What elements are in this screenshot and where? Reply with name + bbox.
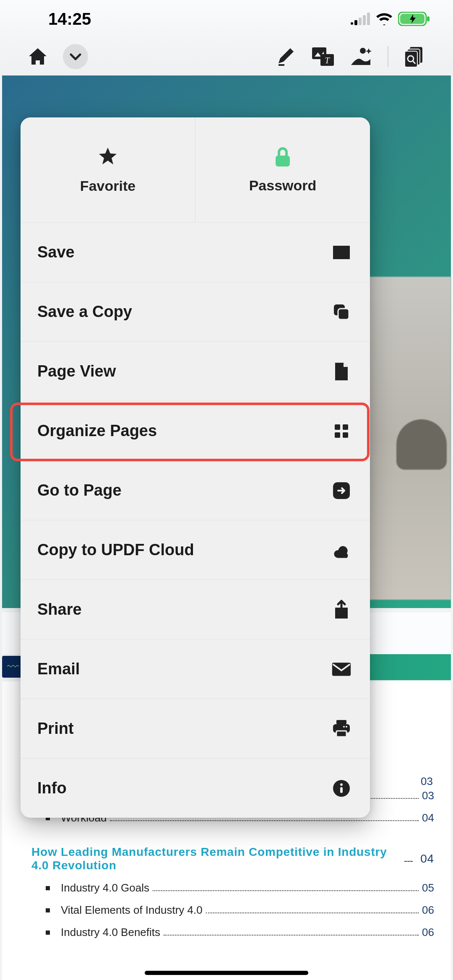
info-icon — [331, 778, 351, 798]
toc-page-number: 06 — [422, 904, 434, 917]
svg-rect-2 — [359, 18, 362, 25]
grid-icon — [331, 421, 351, 441]
menu-label: Go to Page — [37, 481, 122, 499]
toc-page-number: 04 — [422, 811, 434, 824]
menu-label: Page View — [37, 362, 116, 380]
svg-rect-29 — [336, 731, 346, 737]
arrow-box-icon — [331, 481, 351, 501]
status-time: 14:25 — [48, 10, 91, 29]
home-button[interactable] — [25, 44, 50, 69]
svg-rect-24 — [343, 432, 348, 438]
mail-icon — [331, 659, 351, 679]
document-photo — [367, 277, 451, 600]
svg-rect-3 — [363, 15, 366, 25]
svg-rect-7 — [427, 16, 430, 21]
favorite-tab[interactable]: Favorite — [21, 117, 195, 222]
menu-label: Organize Pages — [37, 422, 157, 440]
toolbar: T — [0, 38, 453, 75]
svg-rect-23 — [335, 432, 340, 438]
toc-page-number: 06 — [422, 926, 434, 939]
wifi-icon — [375, 13, 393, 25]
svg-rect-34 — [340, 787, 343, 793]
menu-item-print[interactable]: Print — [21, 699, 370, 758]
bullet-icon — [46, 908, 50, 912]
svg-rect-15 — [405, 51, 417, 67]
svg-rect-21 — [335, 424, 340, 430]
svg-point-33 — [340, 783, 343, 786]
svg-point-12 — [360, 48, 366, 54]
menu-item-save[interactable]: Save — [21, 222, 370, 282]
status-bar: 14:25 — [0, 0, 453, 38]
toc-page-number: 03 — [422, 789, 434, 802]
menu-item-go-to-page[interactable]: Go to Page — [21, 460, 370, 520]
inbox-icon — [331, 242, 351, 263]
toc-label: Vital Elements of Industry 4.0 — [61, 904, 203, 917]
svg-rect-1 — [354, 20, 357, 25]
pages-search-icon — [404, 46, 427, 67]
highlighter-button[interactable] — [273, 44, 298, 69]
image-sparkle-icon — [349, 47, 372, 67]
toc-item[interactable]: Vital Elements of Industry 4.0 06 — [31, 904, 434, 917]
svg-rect-26 — [332, 663, 351, 676]
image-effects-button[interactable] — [348, 44, 373, 69]
home-icon — [27, 46, 48, 67]
svg-point-31 — [343, 726, 345, 728]
password-label: Password — [249, 177, 317, 194]
toc-heading-label: How Leading Manufacturers Remain Competi… — [31, 845, 399, 872]
dropdown-toggle[interactable] — [63, 44, 88, 69]
image-text-icon: T — [311, 47, 335, 67]
status-indicators — [350, 12, 430, 26]
menu-label: Copy to UPDF Cloud — [37, 541, 194, 559]
menu-item-save-copy[interactable]: Save a Copy — [21, 282, 370, 341]
cloud-icon — [331, 540, 351, 560]
svg-rect-22 — [343, 424, 348, 430]
lock-icon — [273, 146, 292, 167]
menu-label: Save a Copy — [37, 303, 132, 321]
bullet-icon — [46, 886, 50, 890]
toc-item[interactable]: Industry 4.0 Goals 05 — [31, 881, 434, 894]
menu-item-organize-pages[interactable]: Organize Pages — [21, 401, 370, 460]
toc-label: Industry 4.0 Benefits — [61, 926, 160, 939]
toc-heading[interactable]: How Leading Manufacturers Remain Competi… — [31, 845, 434, 872]
thumbnails-search-button[interactable] — [403, 44, 428, 69]
svg-point-0 — [351, 22, 353, 25]
menu-label: Info — [37, 779, 67, 797]
star-icon — [97, 146, 119, 168]
menu-label: Save — [37, 243, 75, 261]
toc-label: Industry 4.0 Goals — [61, 881, 149, 894]
toc-page-number: 05 — [422, 881, 434, 894]
battery-charging-icon — [398, 12, 430, 26]
cellular-icon — [350, 13, 370, 25]
dropdown-menu: Favorite Password Save Save a Copy Page … — [21, 117, 370, 818]
menu-item-email[interactable]: Email — [21, 639, 370, 699]
svg-rect-4 — [367, 13, 370, 25]
menu-item-page-view[interactable]: Page View — [21, 341, 370, 401]
favorite-label: Favorite — [80, 178, 135, 194]
toc-item[interactable]: Industry 4.0 Benefits 06 — [31, 926, 434, 939]
printer-icon — [331, 719, 351, 739]
menu-label: Print — [37, 720, 74, 738]
copy-icon — [331, 302, 351, 322]
menu-label: Share — [37, 600, 82, 619]
svg-text:T: T — [325, 56, 330, 65]
svg-rect-20 — [338, 309, 349, 320]
toc-page-number: 04 — [420, 852, 434, 866]
toolbar-separator — [388, 46, 388, 67]
svg-point-30 — [346, 726, 347, 728]
menu-item-info[interactable]: Info — [21, 758, 370, 818]
page-icon — [331, 361, 351, 382]
bullet-icon — [46, 931, 50, 935]
image-text-button[interactable]: T — [310, 44, 336, 69]
share-up-icon — [331, 600, 351, 620]
highlighter-icon — [274, 46, 296, 68]
chevron-down-icon — [68, 49, 83, 64]
menu-item-share[interactable]: Share — [21, 580, 370, 639]
svg-rect-27 — [336, 720, 346, 724]
password-tab[interactable]: Password — [195, 117, 370, 222]
dropdown-tabs: Favorite Password — [21, 117, 370, 222]
menu-label: Email — [37, 660, 80, 678]
home-indicator — [145, 971, 308, 975]
menu-item-copy-cloud[interactable]: Copy to UPDF Cloud — [21, 520, 370, 580]
svg-rect-18 — [276, 156, 290, 166]
